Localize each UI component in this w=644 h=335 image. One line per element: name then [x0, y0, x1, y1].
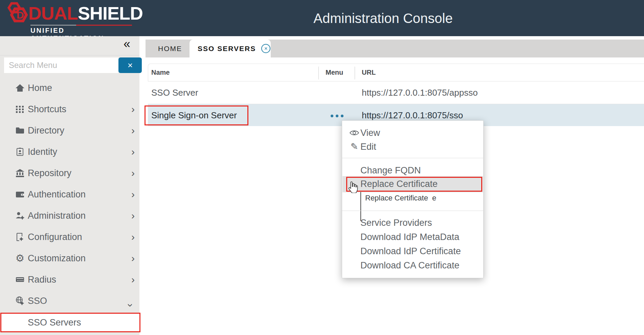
chevron-right-icon[interactable]: › — [131, 125, 135, 136]
row-name-cell[interactable]: Single Sign-on Server — [151, 110, 237, 121]
tab-close-icon[interactable]: × — [261, 44, 270, 53]
home-icon — [15, 83, 25, 93]
menu-item-download-idp-certificate[interactable]: Download IdP Certificate — [342, 244, 483, 258]
column-separator — [318, 67, 319, 79]
chevron-right-icon[interactable]: › — [131, 253, 135, 263]
app-header: D DUALSHIELD UNIFIED AUTHENTICATION Admi… — [0, 0, 644, 36]
logo-underline — [30, 25, 132, 26]
chevron-right-icon[interactable]: › — [131, 168, 135, 178]
chevron-right-icon[interactable]: › — [131, 147, 135, 157]
id-card-icon — [15, 147, 25, 157]
sidebar-item-sso-servers[interactable]: SSO Servers — [0, 313, 140, 332]
chevron-right-icon[interactable]: › — [131, 104, 135, 114]
menu-item-replace-certificate[interactable]: Replace Certificate — [342, 177, 483, 191]
chevron-right-icon[interactable]: › — [131, 211, 135, 221]
menu-item-view[interactable]: View — [342, 126, 483, 140]
column-header-menu[interactable]: Menu — [326, 69, 343, 76]
sidebar-item-radius[interactable]: Radius › — [0, 272, 139, 287]
sidebar-item-home[interactable]: Home — [0, 80, 139, 95]
sidebar-divider — [0, 55, 139, 55]
column-header-name[interactable]: Name — [151, 69, 170, 76]
sidebar-item-authentication[interactable]: Authentication › — [0, 187, 139, 202]
hand-pointer-cursor-icon — [347, 181, 359, 194]
sidebar-item-shortcuts[interactable]: Shortcuts › — [0, 102, 139, 117]
row-menu-dots-icon[interactable] — [331, 115, 343, 117]
globe-gear-icon — [15, 296, 25, 306]
folder-icon — [15, 125, 25, 136]
sidebar-item-identity[interactable]: Identity › — [0, 144, 139, 159]
sidebar: « × Home Shortcuts › Di — [0, 36, 139, 335]
chevron-down-icon[interactable]: › — [126, 304, 136, 307]
menu-divider — [342, 158, 483, 158]
menu-item-change-fqdn[interactable]: Change FQDN — [342, 163, 483, 177]
menu-item-service-providers[interactable]: Service Providers — [342, 216, 483, 230]
user-gear-icon — [15, 211, 25, 221]
pencil-icon: ✎ — [349, 141, 360, 152]
row-url-cell[interactable]: https://127.0.0.1:8075/sso — [362, 110, 463, 121]
administration-console-window: D DUALSHIELD UNIFIED AUTHENTICATION Admi… — [0, 0, 644, 335]
sidebar-item-customization[interactable]: ⚙ Customization › — [0, 251, 139, 266]
tab-sso-servers[interactable]: SSO SERVERS × — [190, 40, 271, 57]
sidebar-item-configuration[interactable]: Configuration › — [0, 230, 139, 244]
eye-icon — [349, 127, 360, 138]
row-name-cell[interactable]: SSO Server — [151, 87, 198, 98]
menu-item-download-ca-certificate[interactable]: Download CA Certificate — [342, 258, 483, 272]
menu-item-download-idp-metadata[interactable]: Download IdP MetaData — [342, 230, 483, 244]
menu-divider — [342, 211, 483, 211]
search-input[interactable] — [4, 57, 118, 73]
tab-home[interactable]: HOME — [158, 40, 182, 57]
document-gear-icon — [15, 232, 25, 242]
wallet-icon — [15, 189, 25, 199]
column-header-url[interactable]: URL — [362, 69, 376, 76]
logo-text-shield: SHIELD — [78, 3, 143, 23]
menu-item-edit[interactable]: ✎ Edit — [342, 140, 483, 154]
logo-text-dual: DUAL — [28, 3, 78, 23]
sidebar-item-sso[interactable]: SSO — [0, 293, 139, 308]
chevron-right-icon[interactable]: › — [131, 274, 135, 285]
column-separator — [355, 67, 355, 79]
sidebar-item-repository[interactable]: Repository › — [0, 166, 139, 181]
chevron-right-icon[interactable]: › — [131, 232, 135, 242]
sidebar-item-administration[interactable]: Administration › — [0, 208, 139, 223]
row-context-menu: View ✎ Edit Change FQDN Replace Certific… — [342, 120, 484, 278]
gear-icon: ⚙ — [15, 253, 25, 263]
search-clear-button[interactable]: × — [118, 57, 142, 73]
page-title: Administration Console — [313, 10, 452, 26]
bank-icon — [15, 168, 25, 178]
row-url-cell[interactable]: https://127.0.0.1:8075/appsso — [362, 87, 478, 98]
tab-bar: HOME SSO SERVERS × — [146, 40, 644, 57]
sidebar-item-directory[interactable]: Directory › — [0, 123, 139, 138]
server-icon — [15, 274, 25, 285]
sidebar-collapse-icon[interactable]: « — [124, 38, 130, 50]
tooltip: Replace Certificate e — [365, 194, 436, 202]
shield-logo-icon: D — [5, 2, 28, 24]
grid-icon — [15, 104, 25, 114]
chevron-right-icon[interactable]: › — [131, 189, 135, 199]
svg-text:D: D — [17, 9, 24, 21]
